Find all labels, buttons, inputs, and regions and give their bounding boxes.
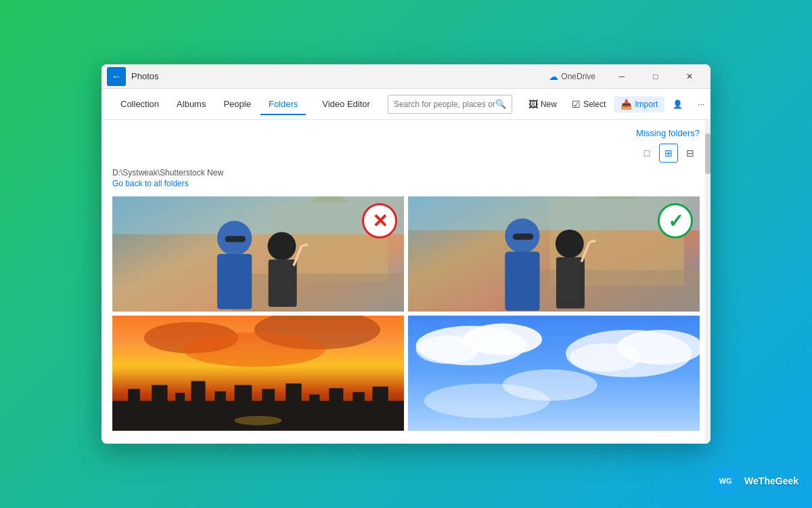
new-icon: 🖼 [528, 99, 538, 110]
more-icon: ··· [698, 100, 704, 109]
more-button[interactable]: ··· [691, 97, 710, 112]
svg-rect-39 [309, 394, 319, 431]
app-title: Photos [131, 71, 549, 81]
svg-rect-42 [372, 387, 388, 431]
back-icon: ← [112, 71, 121, 82]
svg-rect-10 [272, 244, 290, 249]
search-bar[interactable]: 🔍 [388, 95, 512, 114]
import-icon: 📥 [621, 99, 632, 110]
sky-svg [408, 316, 700, 431]
top-actions: Missing folders? [112, 128, 700, 138]
import-button[interactable]: 📥 Import [614, 96, 664, 112]
branding: WG WeTheGeek [712, 467, 798, 494]
svg-point-52 [424, 383, 549, 418]
sunset-svg [112, 316, 404, 431]
svg-rect-17 [408, 196, 700, 230]
nav-collection[interactable]: Collection [112, 93, 167, 114]
maximize-button[interactable]: □ [640, 66, 671, 87]
svg-point-29 [183, 332, 325, 366]
view-single[interactable]: □ [637, 144, 656, 163]
close-button[interactable]: ✕ [674, 66, 705, 87]
svg-rect-38 [286, 383, 301, 431]
search-input[interactable] [394, 100, 495, 109]
brand-logo: WG [712, 467, 739, 494]
import-label: Import [635, 100, 658, 109]
nav-people[interactable]: People [215, 93, 258, 114]
title-bar-right: ☁ OneDrive ─ □ ✕ [549, 66, 705, 87]
onedrive-text: OneDrive [561, 72, 595, 81]
svg-rect-9 [225, 236, 246, 242]
svg-rect-22 [513, 234, 533, 240]
svg-rect-40 [329, 388, 343, 431]
svg-rect-19 [505, 252, 539, 311]
svg-rect-32 [152, 385, 167, 431]
new-label: New [541, 100, 557, 109]
svg-rect-21 [556, 257, 585, 309]
back-button[interactable]: ← [107, 67, 126, 86]
new-button[interactable]: 🖼 New [522, 96, 564, 112]
photo-selfie-2 [408, 196, 700, 312]
view-grid[interactable]: ⊞ [659, 144, 678, 163]
scrollbar-thumb[interactable] [705, 133, 710, 174]
title-bar: ← Photos ☁ OneDrive ─ □ ✕ [102, 64, 710, 89]
back-to-folders[interactable]: Go back to all folders [112, 179, 700, 188]
selfie-2-svg [408, 196, 700, 312]
svg-rect-33 [175, 393, 185, 431]
svg-rect-41 [353, 392, 364, 431]
onedrive-icon: ☁ [549, 71, 558, 82]
nav-actions: 🖼 New ☑ Select 📥 Import 👤 ··· [522, 96, 710, 112]
photo-selfie-1 [112, 196, 404, 312]
view-controls: □ ⊞ ⊟ [112, 144, 700, 163]
minimize-button[interactable]: ─ [606, 66, 637, 87]
svg-rect-31 [128, 389, 139, 431]
select-button[interactable]: ☑ Select [565, 96, 612, 112]
nav-video-editor[interactable]: Video Editor [314, 93, 378, 114]
photo-cell-3[interactable] [112, 316, 404, 433]
svg-point-43 [235, 416, 282, 425]
content-area: Missing folders? □ ⊞ ⊟ D:\Systweak\Shutt… [102, 120, 710, 444]
photo-cell-2[interactable]: ✓ [408, 196, 700, 312]
missing-folders-link[interactable]: Missing folders? [636, 128, 700, 138]
svg-rect-3 [231, 274, 404, 312]
svg-line-12 [302, 245, 308, 246]
svg-rect-8 [269, 259, 297, 307]
svg-rect-6 [217, 254, 252, 310]
nav-albums[interactable]: Albums [168, 93, 214, 114]
app-window: ← Photos ☁ OneDrive ─ □ ✕ Collection Alb… [102, 64, 710, 444]
search-icon: 🔍 [495, 99, 506, 109]
svg-rect-34 [191, 381, 205, 431]
svg-rect-35 [215, 391, 225, 431]
user-button[interactable]: 👤 [666, 97, 690, 112]
selfie-1-svg [112, 196, 404, 312]
folder-path: D:\Systweak\Shutterstock New [112, 168, 700, 177]
brand-name: WeTheGeek [744, 475, 798, 486]
onedrive-label: ☁ OneDrive [549, 71, 595, 82]
nav-bar: Collection Albums People Folders Video E… [102, 89, 710, 120]
nav-folders[interactable]: Folders [261, 93, 306, 114]
svg-rect-23 [560, 241, 578, 246]
photo-cell-4[interactable] [408, 316, 700, 433]
error-overlay-icon: ✕ [362, 203, 397, 238]
view-list[interactable]: ⊟ [681, 144, 700, 163]
select-icon: ☑ [572, 99, 581, 110]
scrollbar-track[interactable] [705, 120, 710, 444]
svg-line-25 [589, 240, 595, 242]
photo-cell-1[interactable]: ✕ [112, 196, 404, 312]
user-icon: 👤 [673, 100, 683, 109]
svg-rect-4 [112, 196, 404, 234]
select-label: Select [583, 100, 606, 109]
svg-point-50 [570, 343, 641, 372]
svg-point-47 [416, 335, 479, 364]
success-overlay-icon: ✓ [658, 203, 693, 238]
photo-grid: ✕ [112, 196, 700, 433]
